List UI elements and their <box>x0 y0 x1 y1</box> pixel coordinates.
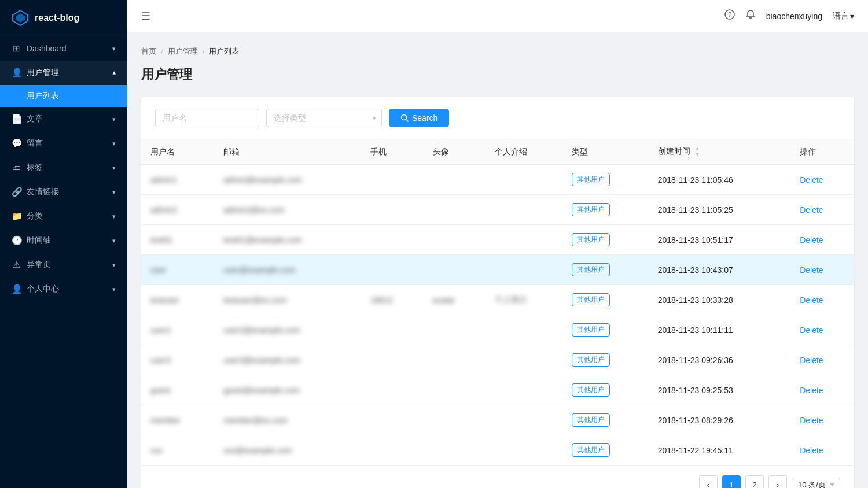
delete-button[interactable]: Delete <box>800 175 823 184</box>
sidebar: react-blog ⊞ Dashboard ▾ 👤 用户管理 ▾ 用户列表 📄… <box>0 0 127 488</box>
sidebar-item-category[interactable]: 📁 分类 ▾ <box>0 204 127 228</box>
table-row: admin1 admin@example.com 其他用户 2018-11-23… <box>141 165 854 195</box>
svg-line-5 <box>406 120 409 122</box>
delete-button[interactable]: Delete <box>800 295 823 305</box>
delete-button[interactable]: Delete <box>800 416 823 425</box>
chevron-icon: ▾ <box>112 286 116 293</box>
cell-action: Delete <box>790 405 854 435</box>
sidebar-item-comment[interactable]: 💬 留言 ▾ <box>0 131 127 156</box>
cell-bio <box>486 195 562 225</box>
cell-avatar <box>424 165 486 195</box>
cell-bio <box>486 165 562 195</box>
cell-username: admin2 <box>141 195 214 225</box>
cell-action: Delete <box>790 195 854 225</box>
cell-avatar <box>424 405 486 435</box>
sidebar-item-tag[interactable]: 🏷 标签 ▾ <box>0 156 127 180</box>
sidebar-subitem-user-list[interactable]: 用户列表 <box>0 85 127 107</box>
sidebar-item-label: 分类 <box>27 211 43 221</box>
delete-button[interactable]: Delete <box>800 386 823 395</box>
table-header-row: 用户名 邮箱 手机 头像 个人介绍 类型 创建时间 ▲ ▼ <box>141 139 854 165</box>
app-logo[interactable]: react-blog <box>0 0 127 36</box>
delete-button[interactable]: Delete <box>800 265 823 275</box>
cell-email: testuser@ex.com <box>214 285 361 315</box>
page-size-select[interactable]: 10 条/页 20 条/页 50 条/页 <box>792 478 840 489</box>
cell-avatar <box>424 255 486 285</box>
chevron-icon: ▾ <box>112 188 116 196</box>
cell-phone: 18612 <box>361 285 423 315</box>
col-email: 邮箱 <box>214 139 361 165</box>
sidebar-item-label: 用户管理 <box>27 68 59 78</box>
clock-icon: 🕐 <box>12 235 21 246</box>
cell-bio <box>486 315 562 345</box>
breadcrumb-current: 用户列表 <box>209 46 239 57</box>
cell-action: Delete <box>790 315 854 345</box>
type-select[interactable]: 选择类型 管理员 其他用户 <box>266 109 382 127</box>
language-selector[interactable]: 语言 ▾ <box>833 11 854 21</box>
bell-icon[interactable] <box>745 9 756 23</box>
cell-action: Delete <box>790 345 854 375</box>
help-icon[interactable]: ? <box>724 9 735 23</box>
cell-username: xxx <box>141 435 214 465</box>
cell-phone <box>361 165 423 195</box>
col-type: 类型 <box>562 139 648 165</box>
menu-toggle-icon[interactable]: ☰ <box>141 10 150 23</box>
sidebar-item-dashboard[interactable]: ⊞ Dashboard ▾ <box>0 36 127 61</box>
cell-created: 2018-11-23 09:25:53 <box>649 375 790 405</box>
tag-icon: 🏷 <box>12 163 21 173</box>
table-row: user user@example.com 其他用户 2018-11-23 10… <box>141 255 854 285</box>
cell-email: xxx@example.com <box>214 435 361 465</box>
page-1-button[interactable]: 1 <box>722 475 741 488</box>
table-row: admin2 admin2@ex.com 其他用户 2018-11-23 11:… <box>141 195 854 225</box>
next-page-button[interactable]: › <box>768 475 787 488</box>
delete-button[interactable]: Delete <box>800 446 823 455</box>
search-button[interactable]: Search <box>389 109 449 127</box>
cell-created: 2018-11-23 09:26:36 <box>649 345 790 375</box>
cell-created: 2018-11-23 08:29:26 <box>649 405 790 435</box>
filter-bar: 选择类型 管理员 其他用户 ▾ Search <box>141 97 854 139</box>
sort-icon: ▲ ▼ <box>695 146 700 157</box>
cell-phone <box>361 405 423 435</box>
sidebar-item-error-page[interactable]: ⚠ 异常页 ▾ <box>0 253 127 277</box>
cell-username: member <box>141 405 214 435</box>
chevron-icon: ▾ <box>112 140 116 147</box>
delete-button[interactable]: Delete <box>800 235 823 245</box>
cell-email: user@example.com <box>214 255 361 285</box>
cell-phone <box>361 315 423 345</box>
username-input[interactable] <box>155 109 259 127</box>
cell-email: user2@example.com <box>214 315 361 345</box>
delete-button[interactable]: Delete <box>800 356 823 365</box>
cell-email: guest@example.com <box>214 375 361 405</box>
sidebar-item-friend-links[interactable]: 🔗 友情链接 ▾ <box>0 180 127 204</box>
page-2-button[interactable]: 2 <box>745 475 764 488</box>
cell-phone <box>361 435 423 465</box>
sidebar-item-label: Dashboard <box>27 44 67 53</box>
cell-phone <box>361 345 423 375</box>
profile-icon: 👤 <box>12 284 21 294</box>
link-icon: 🔗 <box>12 187 21 197</box>
delete-button[interactable]: Delete <box>800 205 823 215</box>
sidebar-item-profile[interactable]: 👤 个人中心 ▾ <box>0 277 127 301</box>
sidebar-item-label: 文章 <box>27 114 43 124</box>
cell-bio <box>486 375 562 405</box>
sidebar-item-article[interactable]: 📄 文章 ▾ <box>0 107 127 131</box>
comment-icon: 💬 <box>12 138 21 149</box>
cell-avatar <box>424 435 486 465</box>
cell-username: admin1 <box>141 165 214 195</box>
cell-bio <box>486 255 562 285</box>
user-table: 用户名 邮箱 手机 头像 个人介绍 类型 创建时间 ▲ ▼ <box>141 139 854 465</box>
pagination-bar: ‹ 1 2 › 10 条/页 20 条/页 50 条/页 <box>141 465 854 488</box>
cell-phone <box>361 225 423 255</box>
sidebar-item-timeline[interactable]: 🕐 时间轴 ▾ <box>0 228 127 253</box>
delete-button[interactable]: Delete <box>800 326 823 335</box>
type-select-wrapper: 选择类型 管理员 其他用户 ▾ <box>266 109 382 127</box>
col-created: 创建时间 ▲ ▼ <box>649 139 790 165</box>
prev-page-button[interactable]: ‹ <box>699 475 718 488</box>
sidebar-item-user-mgmt[interactable]: 👤 用户管理 ▾ <box>0 61 127 85</box>
cell-avatar: avatar <box>424 285 486 315</box>
cell-email: user3@example.com <box>214 345 361 375</box>
breadcrumb-home[interactable]: 首页 <box>141 46 156 57</box>
table-row: testuser testuser@ex.com 18612 avatar 个人… <box>141 285 854 315</box>
breadcrumb-user-mgmt[interactable]: 用户管理 <box>168 46 198 57</box>
cell-avatar <box>424 315 486 345</box>
cell-created: 2018-11-23 10:33:28 <box>649 285 790 315</box>
